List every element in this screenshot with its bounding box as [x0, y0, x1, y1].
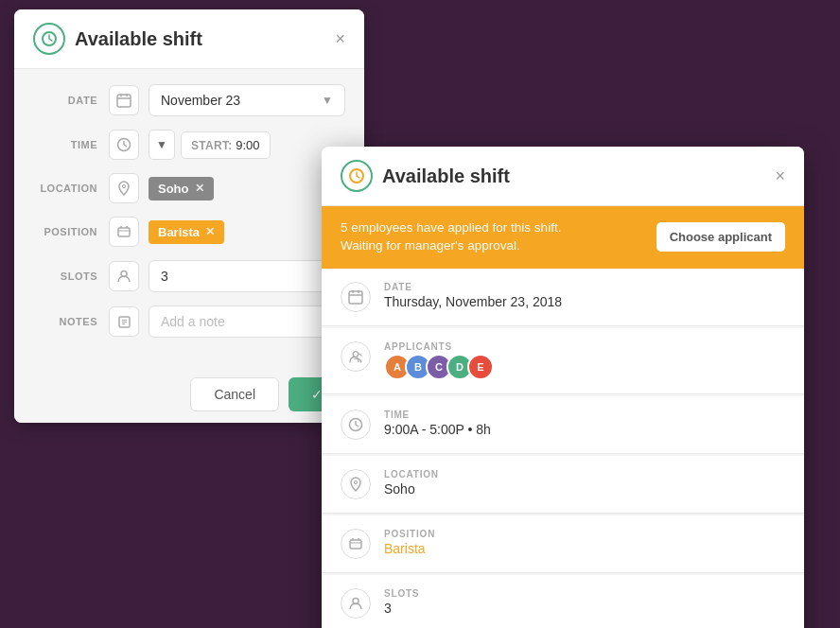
time-detail-row: TIME 9:00A - 5:00P • 8h	[322, 396, 804, 454]
date-detail-label: DATE	[384, 282, 785, 292]
view-modal-title: Available shift	[382, 166, 510, 187]
applicants-detail-label: APPLICANTS	[384, 341, 785, 352]
location-icon	[109, 173, 139, 203]
view-modal-header: Available shift ×	[322, 147, 804, 206]
svg-point-23	[353, 351, 359, 357]
position-detail-label: POSITION	[384, 529, 785, 539]
choose-applicant-button[interactable]: Choose applicant	[656, 222, 785, 252]
time-detail-label: TIME	[384, 410, 785, 420]
svg-rect-19	[349, 291, 362, 304]
slots-detail-label: SLOTS	[384, 588, 785, 599]
date-dropdown-arrow: ▼	[322, 94, 333, 107]
location-tag-remove[interactable]: ✕	[195, 182, 204, 195]
svg-point-8	[123, 185, 126, 188]
date-detail-content: DATE Thursday, November 23, 2018	[384, 282, 785, 309]
svg-line-26	[356, 425, 359, 427]
banner-text: 5 employees have applied for this shift.…	[341, 219, 561, 255]
date-field-row: DATE November 23 ▼	[33, 84, 345, 116]
date-icon	[109, 85, 139, 115]
edit-modal-close-button[interactable]: ×	[335, 30, 345, 47]
notes-input[interactable]: Add a note	[149, 305, 345, 338]
slots-detail-value: 3	[384, 601, 785, 616]
date-detail-value: Thursday, November 23, 2018	[384, 294, 785, 309]
time-detail-content: TIME 9:00A - 5:00P • 8h	[384, 410, 785, 437]
slots-input[interactable]: 3	[149, 260, 345, 292]
cancel-button[interactable]: Cancel	[190, 377, 279, 411]
view-modal-header-left: Available shift	[341, 160, 510, 192]
location-label: LOCATION	[33, 183, 109, 194]
edit-modal-body: DATE November 23 ▼ TIME	[14, 69, 364, 366]
date-label: DATE	[33, 95, 109, 106]
slots-icon	[109, 261, 139, 291]
svg-rect-28	[350, 540, 361, 549]
location-detail-icon	[341, 469, 371, 499]
time-start-input[interactable]: START: 9:00	[181, 131, 271, 159]
applicants-detail-icon	[341, 341, 371, 372]
time-icon	[109, 130, 139, 160]
time-detail-icon	[341, 410, 371, 440]
slots-field-row: SLOTS 3	[33, 260, 345, 292]
position-detail-value: Barista	[384, 541, 785, 556]
svg-rect-9	[118, 228, 130, 236]
notes-icon	[109, 306, 139, 337]
time-arrow-button[interactable]: ▼	[149, 130, 175, 160]
svg-point-27	[355, 480, 358, 483]
banner-line2: Waiting for manager's approval.	[341, 237, 561, 255]
time-controls: ▼ START: 9:00	[149, 130, 271, 160]
edit-modal-title: Available shift	[75, 28, 202, 50]
position-field-row: POSITION Barista ✕	[33, 217, 345, 247]
position-icon	[109, 217, 139, 247]
view-app-logo	[341, 160, 373, 192]
location-detail-label: LOCATION	[384, 469, 785, 480]
applicants-detail-content: APPLICANTS A B C D E	[384, 341, 785, 380]
date-detail-icon	[341, 282, 371, 312]
slots-label: SLOTS	[33, 270, 109, 282]
slots-detail-icon	[341, 588, 371, 619]
time-label: TIME	[33, 139, 109, 150]
notes-label: NOTES	[33, 316, 109, 327]
edit-modal-footer: Cancel ✓	[14, 366, 364, 423]
position-tag[interactable]: Barista ✕	[149, 220, 224, 244]
view-shift-modal: Available shift × 5 employees have appli…	[322, 147, 804, 628]
slots-detail-content: SLOTS 3	[384, 588, 785, 616]
applicants-avatars: A B C D E	[384, 354, 785, 380]
date-detail-row: DATE Thursday, November 23, 2018	[322, 269, 804, 326]
location-detail-content: LOCATION Soho	[384, 469, 785, 497]
slots-detail-row: SLOTS 3	[322, 575, 804, 628]
view-modal-close-button[interactable]: ×	[775, 167, 785, 184]
date-input[interactable]: November 23 ▼	[149, 84, 345, 116]
edit-shift-modal: Available shift × DATE November 23 ▼ TIM	[14, 9, 364, 423]
position-detail-row: POSITION Barista	[322, 515, 804, 573]
applicants-detail-row: APPLICANTS A B C D E	[322, 328, 804, 394]
avatar-5: E	[467, 354, 494, 380]
view-modal-body: DATE Thursday, November 23, 2018 APPLICA…	[322, 269, 804, 628]
location-detail-row: LOCATION Soho	[322, 456, 804, 514]
time-detail-value: 9:00A - 5:00P • 8h	[384, 422, 785, 437]
app-logo	[33, 23, 65, 55]
position-detail-content: POSITION Barista	[384, 529, 785, 556]
notes-field-row: NOTES Add a note	[33, 305, 345, 338]
svg-line-7	[124, 145, 127, 147]
edit-modal-header: Available shift ×	[14, 9, 364, 69]
applicants-banner: 5 employees have applied for this shift.…	[322, 206, 804, 269]
svg-rect-1	[117, 95, 131, 107]
location-tag[interactable]: Soho ✕	[149, 177, 214, 201]
banner-line1: 5 employees have applied for this shift.	[341, 219, 561, 237]
edit-modal-header-left: Available shift	[33, 23, 202, 55]
time-field-row: TIME ▼ START: 9:00	[33, 130, 345, 160]
position-tag-remove[interactable]: ✕	[205, 225, 215, 238]
position-detail-icon	[341, 529, 371, 559]
position-label: POSITION	[33, 226, 109, 237]
location-field-row: LOCATION Soho ✕	[33, 173, 345, 203]
location-detail-value: Soho	[384, 481, 785, 497]
